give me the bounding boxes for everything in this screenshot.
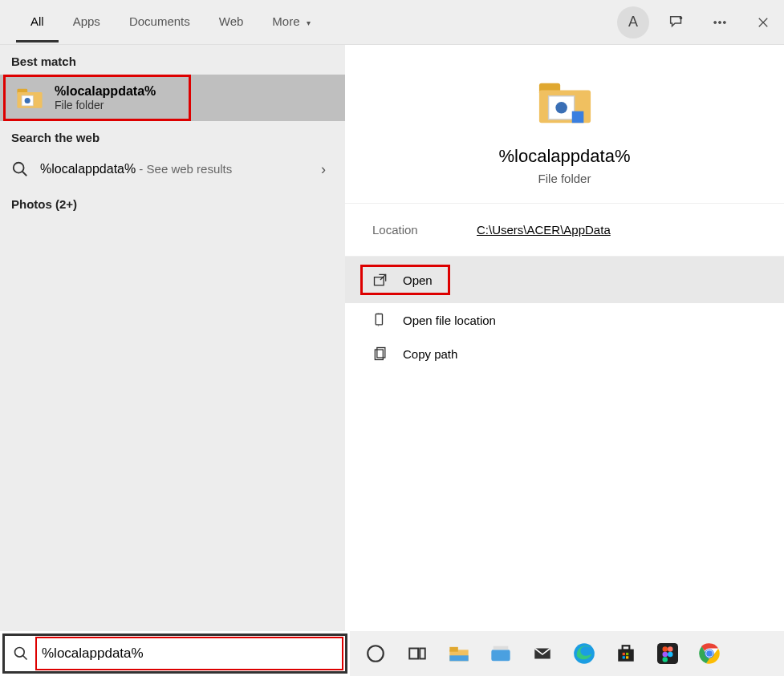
svg-point-43 bbox=[706, 650, 713, 657]
svg-point-39 bbox=[663, 657, 668, 662]
preview-header: %localappdata% File folder bbox=[345, 45, 784, 204]
svg-rect-31 bbox=[626, 653, 628, 655]
best-match-text: %localappdata% File folder bbox=[55, 84, 156, 111]
svg-rect-21 bbox=[420, 649, 425, 659]
copy-icon bbox=[372, 346, 388, 362]
results-pane: Best match %localappdata% File folder Se… bbox=[0, 45, 345, 631]
task-view-icon[interactable] bbox=[404, 641, 430, 666]
tab-more-label: More bbox=[272, 14, 299, 28]
open-highlight-box: Open bbox=[361, 265, 449, 294]
chevron-right-icon[interactable]: › bbox=[321, 161, 334, 178]
folder-icon bbox=[16, 86, 43, 110]
preview-pane: %localappdata% File folder Location C:\U… bbox=[345, 45, 784, 631]
svg-rect-23 bbox=[449, 647, 458, 652]
folder-open-icon bbox=[372, 312, 388, 328]
svg-point-35 bbox=[663, 646, 668, 652]
svg-point-3 bbox=[723, 21, 725, 23]
header-right: A bbox=[617, 6, 784, 38]
bottom-bar bbox=[0, 631, 784, 676]
location-value[interactable]: C:\Users\ACER\AppData bbox=[477, 223, 611, 237]
edge-icon[interactable] bbox=[571, 641, 597, 666]
search-icon bbox=[13, 646, 29, 662]
main-area: Best match %localappdata% File folder Se… bbox=[0, 45, 784, 631]
svg-rect-15 bbox=[376, 314, 382, 325]
more-options-icon[interactable] bbox=[704, 6, 736, 38]
svg-point-1 bbox=[714, 21, 717, 23]
file-explorer-icon[interactable] bbox=[446, 641, 472, 666]
svg-point-36 bbox=[668, 646, 673, 652]
keyboard-app-icon[interactable] bbox=[488, 641, 514, 666]
best-match-subtitle: File folder bbox=[55, 99, 156, 111]
svg-rect-32 bbox=[623, 656, 625, 658]
action-copy-path[interactable]: Copy path bbox=[345, 337, 784, 370]
folder-large-icon bbox=[537, 77, 593, 127]
svg-point-37 bbox=[663, 652, 668, 658]
svg-point-7 bbox=[25, 98, 30, 103]
svg-rect-13 bbox=[571, 111, 583, 123]
filter-tabs: All Apps Documents Web More ▾ bbox=[16, 2, 325, 43]
web-result-row[interactable]: %localappdata% - See web results › bbox=[0, 151, 345, 188]
web-result-term: %localappdata% bbox=[40, 162, 136, 176]
action-open-file-location[interactable]: Open file location bbox=[345, 303, 784, 337]
svg-rect-30 bbox=[623, 653, 625, 655]
search-input-highlight bbox=[37, 638, 342, 669]
tab-web[interactable]: Web bbox=[205, 2, 258, 43]
taskbar bbox=[350, 631, 784, 676]
action-open[interactable]: Open bbox=[345, 257, 784, 303]
search-header: All Apps Documents Web More ▾ A bbox=[0, 0, 784, 45]
svg-rect-25 bbox=[491, 650, 510, 661]
search-box[interactable] bbox=[2, 633, 347, 674]
best-match-title: %localappdata% bbox=[55, 84, 156, 99]
best-match-row-wrapper[interactable]: %localappdata% File folder bbox=[0, 75, 345, 121]
svg-rect-26 bbox=[494, 646, 509, 650]
tab-more[interactable]: More ▾ bbox=[258, 2, 324, 43]
svg-point-18 bbox=[15, 648, 25, 658]
open-icon bbox=[372, 272, 388, 288]
svg-point-38 bbox=[668, 652, 673, 658]
web-result-suffix: - See web results bbox=[136, 162, 232, 176]
svg-rect-24 bbox=[449, 655, 468, 661]
best-match-header: Best match bbox=[0, 45, 345, 75]
location-label: Location bbox=[372, 223, 477, 237]
action-open-label: Open bbox=[403, 273, 433, 287]
web-result-text: %localappdata% - See web results bbox=[40, 162, 232, 176]
svg-point-0 bbox=[680, 16, 683, 19]
svg-rect-34 bbox=[657, 643, 678, 664]
tab-documents[interactable]: Documents bbox=[115, 2, 205, 43]
cortana-icon[interactable] bbox=[363, 641, 388, 666]
feedback-icon[interactable] bbox=[660, 6, 693, 38]
photos-section[interactable]: Photos (2+) bbox=[0, 188, 345, 221]
search-web-header: Search the web bbox=[0, 121, 345, 151]
search-icon bbox=[11, 160, 29, 178]
svg-point-19 bbox=[368, 646, 384, 662]
mail-icon[interactable] bbox=[530, 641, 555, 666]
svg-rect-20 bbox=[409, 649, 418, 659]
action-list: Open Open file location Copy path bbox=[345, 257, 784, 370]
tab-all[interactable]: All bbox=[16, 2, 59, 43]
svg-rect-33 bbox=[626, 656, 628, 658]
user-avatar[interactable]: A bbox=[617, 6, 649, 38]
action-copy-path-label: Copy path bbox=[403, 347, 457, 361]
preview-subtitle: File folder bbox=[538, 172, 591, 185]
best-match-row[interactable]: %localappdata% File folder bbox=[3, 75, 191, 121]
close-icon[interactable] bbox=[747, 6, 779, 38]
figma-icon[interactable] bbox=[655, 641, 680, 666]
preview-title: %localappdata% bbox=[499, 146, 631, 167]
action-open-file-location-label: Open file location bbox=[403, 314, 496, 327]
svg-point-2 bbox=[719, 21, 721, 23]
search-input[interactable] bbox=[42, 646, 342, 662]
chrome-icon[interactable] bbox=[697, 641, 722, 666]
chevron-down-icon: ▾ bbox=[307, 18, 311, 27]
location-row: Location C:\Users\ACER\AppData bbox=[345, 204, 784, 257]
svg-point-12 bbox=[555, 102, 567, 114]
store-icon[interactable] bbox=[613, 641, 639, 666]
tab-apps[interactable]: Apps bbox=[59, 2, 115, 43]
svg-point-8 bbox=[14, 163, 24, 173]
svg-rect-29 bbox=[623, 646, 630, 650]
